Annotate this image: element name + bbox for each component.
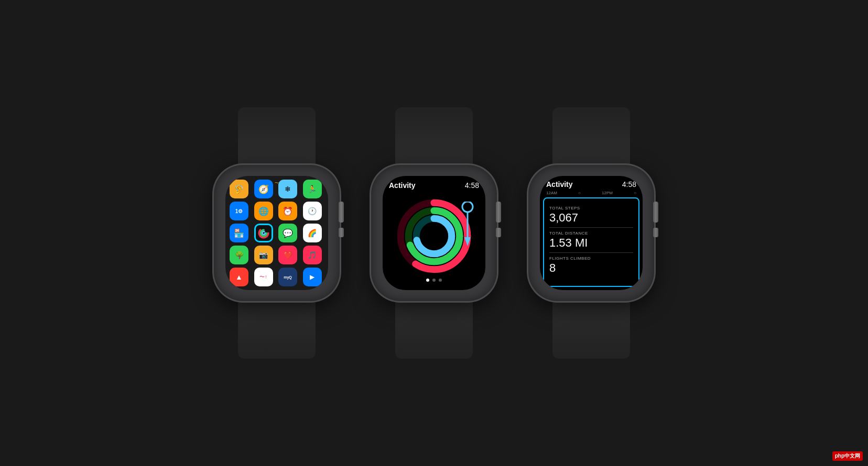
watch-body-1: 〜 🦻 🧭 ❄ 🏃 1⚙ [214, 165, 340, 301]
app-music[interactable]: 🎵 [303, 246, 322, 264]
svg-point-12 [462, 202, 473, 212]
stat-flights-climbed: FLIGHTS CLIMBED 8 [549, 252, 633, 278]
stats-header: Activity 4:58 [540, 176, 643, 191]
app-fitness[interactable]: 🏃 [303, 180, 322, 198]
watch-band-top-2 [395, 107, 473, 165]
watch-1: 〜 🦻 🧭 ❄ 🏃 1⚙ [214, 107, 340, 359]
watch-crown-2 [496, 202, 501, 223]
watch-crown-3 [653, 202, 658, 223]
app-worldclock[interactable]: 🕐 [303, 202, 322, 220]
watermark: php中文网 [832, 451, 863, 461]
timeline-middle: 12PM [602, 191, 613, 195]
app-delta[interactable]: ▲ [230, 268, 248, 286]
watch-button-2 [496, 228, 501, 237]
stat-flights-value: 8 [549, 262, 633, 274]
app-ancestry[interactable]: 🌳 [230, 246, 248, 264]
watch-crown-1 [339, 202, 344, 223]
app-store[interactable]: 🏪 [230, 224, 248, 242]
stats-title: Activity [546, 180, 573, 188]
watch-body-3: Activity 4:58 12AM ○ 12PM ○ TOTAL STEPS … [528, 165, 654, 301]
app-world[interactable]: 🌐 [254, 202, 273, 220]
svg-marker-14 [464, 237, 471, 246]
stat-flights-label: FLIGHTS CLIMBED [549, 256, 633, 261]
page-dot-2 [432, 279, 436, 282]
page-dot-1 [426, 279, 429, 282]
watch-2: Activity 4:58 [371, 107, 497, 359]
activity-title: Activity [389, 181, 416, 190]
app-1password[interactable]: 1⚙ [230, 202, 248, 220]
stat-steps-value: 3,067 [549, 212, 633, 224]
watch-3: Activity 4:58 12AM ○ 12PM ○ TOTAL STEPS … [528, 107, 654, 359]
app-photos[interactable]: 🌈 [303, 224, 322, 242]
watch-screen-2: Activity 4:58 [383, 176, 485, 290]
timeline-start: 12AM [546, 191, 557, 195]
app-health[interactable]: ❤️ [278, 246, 297, 264]
app-clock[interactable]: ⏰ [278, 202, 297, 220]
timeline-dot2: ○ [634, 191, 636, 195]
activity-time: 4:58 [465, 181, 479, 190]
stat-steps-label: TOTAL STEPS [549, 206, 633, 210]
timeline-dot1: ○ [578, 191, 581, 195]
page-dot-3 [439, 279, 442, 282]
app-camera[interactable]: 📷 [254, 246, 273, 264]
timeline-bar: 12AM ○ 12PM ○ [540, 191, 643, 195]
stat-total-steps: TOTAL STEPS 3,067 [549, 203, 633, 227]
app-messages[interactable]: 💬 [278, 224, 297, 242]
app-ecg[interactable]: 〜↑ [254, 268, 273, 286]
app-hearing[interactable]: 🦻 [230, 180, 248, 198]
watch-body-2: Activity 4:58 [371, 165, 497, 301]
watch-button-3 [653, 228, 658, 237]
app-myq[interactable]: myQ [278, 268, 297, 286]
page-dots [389, 279, 479, 285]
app-remote[interactable]: ▶ [303, 268, 322, 286]
watch-screen-1: 〜 🦻 🧭 ❄ 🏃 1⚙ [225, 176, 328, 290]
svg-point-2 [262, 231, 265, 235]
app-activity-rings[interactable] [254, 224, 273, 242]
watch-band-top-3 [552, 107, 630, 165]
stat-total-distance: TOTAL DISTANCE 1.53 MI [549, 227, 633, 252]
watch-band-bottom-2 [395, 301, 473, 359]
watch-button-1 [339, 228, 344, 237]
watch-band-bottom-3 [552, 301, 630, 359]
scroll-indicator [460, 202, 475, 254]
watch-screen-3: Activity 4:58 12AM ○ 12PM ○ TOTAL STEPS … [540, 176, 643, 290]
app-unknown-teal[interactable]: ❄ [278, 180, 297, 198]
stats-content: TOTAL STEPS 3,067 TOTAL DISTANCE 1.53 MI… [543, 197, 639, 287]
watch-band-top-1 [238, 107, 316, 165]
app-grid: 🦻 🧭 ❄ 🏃 1⚙ 🌐 ⏰ [225, 176, 328, 290]
stats-time: 4:58 [622, 180, 636, 188]
watch-band-bottom-1 [238, 301, 316, 359]
app-compass[interactable]: 🧭 [254, 180, 273, 198]
stat-distance-label: TOTAL DISTANCE [549, 231, 633, 236]
activity-header: Activity 4:58 [389, 181, 479, 190]
rings-container [389, 194, 479, 279]
stat-distance-value: 1.53 MI [549, 237, 633, 249]
